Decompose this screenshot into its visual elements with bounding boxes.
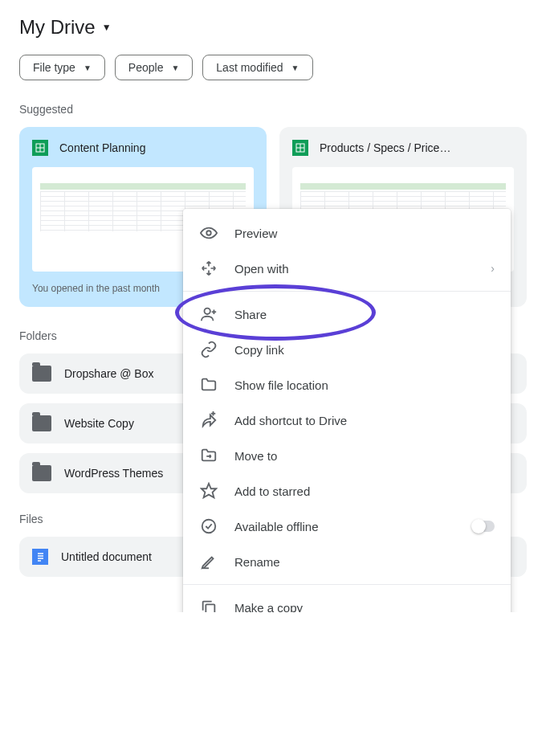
svg-point-17 — [202, 520, 216, 533]
menu-divider — [183, 584, 511, 585]
folder-arrow-icon — [199, 446, 218, 465]
menu-label: Available offline — [234, 520, 456, 533]
chevron-down-icon: ▼ — [84, 63, 92, 72]
shortcut-icon — [199, 411, 218, 430]
menu-label: Move to — [234, 449, 495, 463]
menu-add-shortcut[interactable]: Add shortcut to Drive — [183, 403, 511, 438]
star-icon — [199, 481, 218, 501]
menu-label: Add to starred — [234, 484, 495, 498]
filter-file-type[interactable]: File type ▼ — [19, 55, 105, 80]
menu-copy-link[interactable]: Copy link — [183, 332, 511, 367]
menu-divider — [183, 291, 511, 292]
chevron-right-icon: › — [491, 262, 495, 275]
svg-marker-16 — [202, 484, 216, 497]
chip-label: People — [128, 61, 164, 74]
menu-add-starred[interactable]: Add to starred — [183, 473, 511, 509]
menu-show-location[interactable]: Show file location — [183, 367, 511, 403]
chevron-down-icon: ▼ — [291, 63, 299, 72]
filter-chips: File type ▼ People ▼ Last modified ▼ — [19, 55, 527, 80]
docs-icon — [32, 549, 48, 565]
menu-available-offline[interactable]: Available offline — [183, 509, 511, 544]
filter-people[interactable]: People ▼ — [115, 55, 194, 80]
menu-label: Add shortcut to Drive — [234, 414, 495, 427]
offline-icon — [199, 517, 218, 536]
chevron-down-icon: ▼ — [171, 63, 179, 72]
card-header: Products / Specs / Price… — [292, 140, 514, 156]
person-add-icon — [199, 304, 218, 324]
menu-move-to[interactable]: Move to — [183, 438, 511, 473]
menu-label: Rename — [234, 555, 495, 569]
menu-open-with[interactable]: Open with › — [183, 251, 511, 286]
toggle-switch[interactable] — [472, 521, 495, 532]
sheets-icon — [32, 140, 48, 156]
folder-icon — [199, 375, 218, 394]
menu-label: Show file location — [234, 378, 495, 392]
menu-preview[interactable]: Preview — [183, 215, 511, 251]
folder-icon — [32, 465, 51, 481]
chip-label: File type — [33, 61, 75, 74]
folder-icon — [32, 366, 51, 382]
copy-icon — [199, 598, 218, 612]
context-menu: Preview Open with › Share Copy link Show… — [183, 209, 511, 612]
menu-rename[interactable]: Rename — [183, 544, 511, 579]
menu-share[interactable]: Share — [183, 296, 511, 332]
link-icon — [199, 340, 218, 359]
svg-point-10 — [206, 231, 211, 235]
card-title: Content Planning — [59, 141, 145, 154]
svg-point-11 — [205, 309, 210, 314]
card-title: Products / Specs / Price… — [320, 141, 450, 154]
menu-make-copy[interactable]: Make a copy — [183, 590, 511, 612]
filter-last-modified[interactable]: Last modified ▼ — [202, 55, 312, 80]
section-suggested-label: Suggested — [19, 103, 527, 116]
svg-rect-19 — [206, 604, 214, 612]
eye-icon — [199, 223, 218, 243]
chip-label: Last modified — [216, 61, 283, 74]
card-header: Content Planning — [32, 140, 254, 156]
sheets-icon — [292, 140, 308, 156]
menu-label: Make a copy — [234, 601, 495, 613]
menu-label: Preview — [234, 227, 495, 240]
menu-label: Copy link — [234, 343, 495, 357]
move-arrows-icon — [199, 259, 218, 278]
breadcrumb-title: My Drive — [19, 16, 96, 39]
folder-icon — [32, 415, 51, 431]
menu-label: Share — [234, 308, 495, 321]
menu-label: Open with — [234, 262, 475, 276]
breadcrumb[interactable]: My Drive ▼ — [19, 16, 527, 39]
pencil-icon — [199, 552, 218, 571]
chevron-down-icon: ▼ — [102, 22, 112, 33]
